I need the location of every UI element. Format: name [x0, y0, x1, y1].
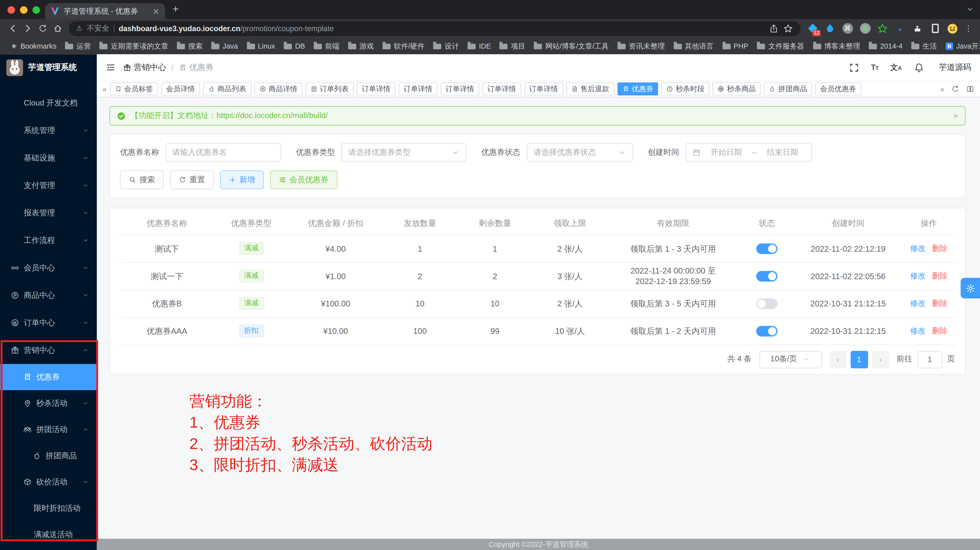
prev-page-button[interactable]: ‹ — [829, 350, 846, 368]
home-button[interactable] — [50, 21, 65, 36]
back-button[interactable] — [5, 21, 20, 36]
tab-订单详情[interactable]: 订单详情 — [398, 82, 437, 95]
tab-search-icon[interactable] — [966, 6, 974, 13]
bookmark-folder[interactable]: 运营 — [61, 41, 95, 51]
address-bar[interactable]: ⚠ 不安全 dashboard-vue3.yudao.iocoder.cn/pr… — [69, 21, 800, 36]
page-size-select[interactable]: 10条/页 — [759, 350, 822, 368]
breadcrumb-parent[interactable]: 营销中心 — [123, 62, 167, 73]
coupon-name-input[interactable]: 请输入优惠券名 — [165, 143, 281, 162]
alert-doc-link[interactable]: https://doc.iocoder.cn/mall/build/ — [216, 111, 328, 120]
notification-bell-icon[interactable] — [914, 62, 924, 73]
edit-link[interactable]: 修改 — [910, 299, 926, 308]
window-zoom-button[interactable] — [32, 6, 40, 13]
tab-商品列表[interactable]: 商品列表 — [203, 82, 251, 95]
sidebar-item-工作流程[interactable]: 工作流程 — [0, 227, 97, 254]
delete-link[interactable]: 删除 — [932, 299, 948, 308]
tab-会员优惠券[interactable]: 会员优惠券 — [815, 82, 861, 95]
next-page-button[interactable]: › — [872, 350, 889, 368]
tags-scroll-left-icon[interactable]: « — [103, 85, 107, 94]
新增-button[interactable]: 新增 — [220, 171, 264, 189]
goto-page-input[interactable]: 1 — [917, 350, 942, 368]
sidebar-item-支付管理[interactable]: 支付管理 — [0, 172, 97, 199]
bookmark-folder[interactable]: 搜索 — [173, 41, 207, 51]
tags-refresh-icon[interactable] — [951, 85, 959, 93]
status-toggle[interactable] — [756, 244, 778, 254]
extension-chevrons-icon[interactable]: ⌄⌄ — [894, 23, 905, 34]
profile-avatar[interactable] — [947, 23, 958, 34]
bookmark-folder[interactable]: 生活 — [907, 41, 941, 51]
sidebar-item-砍价活动[interactable]: 砍价活动 — [0, 469, 97, 495]
sidebar-item-报表管理[interactable]: 报表管理 — [0, 199, 97, 227]
bookmark-folder[interactable]: 软件/硬件 — [378, 41, 429, 51]
bookmark-folder[interactable]: Linux — [242, 41, 279, 51]
sidebar-item-限时折扣活动[interactable]: 限时折扣活动 — [0, 495, 97, 521]
extension-drop-icon[interactable] — [824, 23, 836, 34]
edit-link[interactable]: 修改 — [910, 271, 926, 281]
settings-fab[interactable] — [961, 278, 980, 298]
share-icon[interactable] — [768, 23, 779, 33]
tab-close-icon[interactable]: ✕ — [153, 6, 159, 16]
tab-订单列表[interactable]: 订单列表 — [305, 82, 353, 95]
tags-scroll-right-icon[interactable]: » — [940, 85, 944, 94]
bookmark-folder[interactable]: 前端 — [309, 41, 344, 51]
sidebar-item-营销中心[interactable]: 营销中心 — [0, 336, 97, 364]
bookmark-folder[interactable]: 资讯未整理 — [613, 41, 669, 51]
tab-秒杀时段[interactable]: 秒杀时段 — [661, 82, 710, 95]
bookmark-folder[interactable]: IDE — [463, 41, 495, 51]
tab-商品详情[interactable]: 商品详情 — [254, 82, 302, 95]
extension-command-icon[interactable]: ⌘ — [842, 23, 853, 34]
bookmark-star-icon[interactable] — [783, 23, 793, 33]
alert-close-icon[interactable]: × — [953, 111, 958, 120]
bookmark-folder[interactable]: 2014-4 — [864, 41, 907, 51]
window-minimize-button[interactable] — [20, 6, 27, 13]
bookmark-folder[interactable]: 项目 — [495, 41, 530, 51]
bookmark-link[interactable]: BJava开发 | 小组首… — [941, 41, 980, 51]
sidebar-item-满减送活动[interactable]: 满减送活动 — [0, 521, 97, 548]
current-page-button[interactable]: 1 — [850, 350, 868, 368]
tab-订单详情[interactable]: 订单详情 — [441, 82, 479, 95]
sidebar-item-拼团活动[interactable]: 拼团活动 — [0, 416, 97, 442]
extensions-puzzle-icon[interactable] — [912, 23, 923, 34]
fullscreen-icon[interactable] — [848, 62, 859, 73]
sidebar-item-拼团商品[interactable]: 拼团商品 — [0, 442, 97, 469]
browser-tab[interactable]: 芋道管理系统 - 优惠券 ✕ — [45, 3, 165, 19]
bookmark-folder[interactable]: 文件服务器 — [752, 41, 809, 51]
bookmark-folder[interactable]: PHP — [718, 41, 752, 51]
status-toggle[interactable] — [756, 326, 778, 336]
bookmark-folder[interactable]: Java — [207, 41, 242, 51]
reload-button[interactable] — [35, 21, 50, 36]
sidebar-panel-icon[interactable] — [929, 23, 941, 34]
delete-link[interactable]: 删除 — [932, 327, 948, 335]
bookmark-folder[interactable]: 设计 — [429, 41, 463, 51]
sidebar-item-优惠券[interactable]: 优惠券 — [0, 364, 97, 390]
edit-link[interactable]: 修改 — [910, 327, 926, 335]
bookmark-folder[interactable]: 近期需要读的文章 — [95, 41, 173, 51]
status-toggle[interactable] — [756, 271, 778, 282]
bookmark-folder[interactable]: DB — [279, 41, 309, 51]
tab-订单详情[interactable]: 订单详情 — [524, 82, 563, 95]
date-range-picker[interactable]: 开始日期–结束日期 — [686, 143, 811, 162]
tab-秒杀商品[interactable]: 秒杀商品 — [713, 82, 761, 95]
tab-会员详情[interactable]: 会员详情 — [161, 82, 200, 95]
delete-link[interactable]: 删除 — [932, 244, 948, 253]
browser-menu-icon[interactable]: ⋮ — [964, 24, 972, 33]
sidebar-item-商品中心[interactable]: 商品中心 — [0, 282, 97, 309]
forward-button[interactable] — [20, 21, 35, 36]
language-icon[interactable]: 文A — [890, 62, 902, 73]
重置-button[interactable]: 重置 — [170, 171, 213, 189]
user-menu[interactable]: 芋道源码 — [939, 62, 971, 73]
new-tab-button[interactable]: + — [173, 3, 179, 16]
extension-diamond-icon[interactable]: 12 — [807, 23, 818, 34]
bookmarks-root[interactable]: ★Bookmarks — [6, 42, 60, 51]
app-logo-row[interactable]: 芋道管理系统 — [0, 54, 97, 81]
bookmark-folder[interactable]: 网站/博客/文章/工具 — [530, 41, 613, 51]
delete-link[interactable]: 删除 — [932, 271, 948, 281]
tab-订单详情[interactable]: 订单详情 — [357, 82, 396, 95]
bookmark-folder[interactable]: 游戏 — [344, 41, 378, 51]
status-toggle[interactable] — [756, 298, 778, 309]
menu-fold-icon[interactable] — [105, 62, 116, 72]
tab-会员标签[interactable]: 会员标签 — [110, 82, 158, 95]
bookmark-folder[interactable]: 博客未整理 — [809, 41, 865, 51]
sidebar-item-秒杀活动[interactable]: 秒杀活动 — [0, 390, 97, 417]
sidebar-item-订单中心[interactable]: 订单中心 — [0, 309, 97, 336]
